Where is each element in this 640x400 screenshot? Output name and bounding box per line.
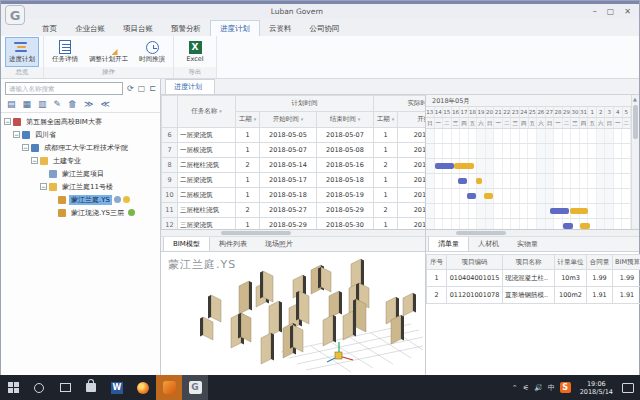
gantt-plan-bar[interactable]	[458, 178, 467, 184]
table-horizontal-scrollbar[interactable]	[161, 230, 425, 237]
gantt-plan-bar[interactable]	[550, 208, 570, 214]
tree-expander-icon[interactable]: −	[22, 144, 29, 151]
qty-tab-0[interactable]: 清单量	[428, 236, 469, 251]
sub-header-1[interactable]: 开始时间 ▾	[260, 112, 317, 128]
active-orange-app-icon[interactable]	[156, 375, 182, 400]
close-button[interactable]: ✕	[624, 7, 631, 17]
sub-header-4[interactable]: 开始时间 ▾	[398, 112, 426, 128]
rename-node-icon[interactable]: ✎	[54, 99, 62, 109]
sogou-input-icon[interactable]: S	[560, 382, 571, 393]
ribbon-tab-3[interactable]: 预警分析	[162, 21, 210, 36]
task-row-10[interactable]: 10二层板浇筑12018-05-182018-05-1912018-05-20	[162, 188, 427, 203]
collapse-all-icon[interactable]: ≪	[101, 99, 110, 109]
时间推演-button[interactable]: 时间推演	[135, 37, 169, 67]
bim-3d-view[interactable]: 蒙江兰庭.YS	[161, 252, 425, 375]
ribbon-tab-0[interactable]: 首页	[33, 21, 66, 36]
tab-schedule-plan[interactable]: 进度计划	[165, 79, 215, 94]
qty-header-1[interactable]: 项目编码	[447, 255, 503, 270]
bim-tab-1[interactable]: 构件列表	[210, 237, 256, 251]
ribbon-tab-1[interactable]: 企业台账	[66, 21, 114, 36]
调整计划开工-button[interactable]: 调整计划开工	[85, 37, 132, 67]
start-button[interactable]	[0, 375, 26, 400]
gantt-vertical-scrollbar[interactable]	[631, 95, 639, 229]
gantt-actual-bar[interactable]	[454, 163, 474, 169]
sub-header-2[interactable]: 结束时间 ▾	[317, 112, 374, 128]
refresh-icon[interactable]: ⟳	[127, 84, 134, 94]
bim-tab-0[interactable]: BIM模型	[163, 236, 210, 251]
gantt-plan-bar[interactable]	[467, 193, 476, 199]
qty-tab-1[interactable]: 人材机	[469, 237, 508, 251]
clock[interactable]: 19:06 2018/5/14	[576, 380, 617, 396]
qty-header-3[interactable]: 计量单位	[555, 255, 587, 270]
minimize-button[interactable]: –	[593, 7, 597, 17]
gantt-plan-bar[interactable]	[563, 223, 573, 229]
qty-header-0[interactable]: 序号	[427, 255, 447, 270]
qty-header-4[interactable]: 合同量	[587, 255, 613, 270]
sub-header-3[interactable]: 工期 ▾	[374, 112, 398, 128]
action-center-icon[interactable]	[622, 383, 634, 393]
task-row-7[interactable]: 7一层板浇筑12018-05-072018-05-0812018-05-09	[162, 143, 427, 158]
ribbon-tab-5[interactable]: 云资料	[260, 21, 301, 36]
tray-chevron-icon[interactable]: ⌃	[512, 384, 518, 392]
volume-icon[interactable]: 🔊	[534, 384, 543, 392]
task-cell: 2018-05-17	[260, 173, 317, 188]
bim-tab-2[interactable]: 现场照片	[256, 237, 302, 251]
qty-row-1[interactable]: 1010404001015现浇混凝土柱..10m31.991.99	[427, 270, 640, 287]
tree-expander-icon[interactable]: −	[40, 183, 47, 190]
luban-taskbar-icon[interactable]: G	[182, 375, 208, 400]
qty-header-5[interactable]: BIM预算量	[613, 255, 640, 270]
tree-item-2[interactable]: −成都理工大学工程技术学院	[1, 141, 160, 154]
network-icon[interactable]: ⚟	[523, 384, 529, 392]
gantt-actual-bar[interactable]	[484, 193, 493, 199]
collapse-panel-icon[interactable]: ⊏	[149, 84, 156, 94]
gantt-actual-bar[interactable]	[570, 208, 589, 214]
tree-item-3[interactable]: −土建专业	[1, 154, 160, 167]
sub-header-0[interactable]: 工期 ▾	[236, 112, 260, 128]
ribbon-tab-6[interactable]: 公司协同	[301, 21, 349, 36]
gantt-actual-bar[interactable]	[580, 223, 590, 229]
task-row-12[interactable]: 12三层梁浇筑12018-05-292018-05-3012018-05-31	[162, 218, 427, 230]
expand-all-icon[interactable]: ≫	[84, 99, 93, 109]
maximize-button[interactable]: ▢	[607, 7, 615, 17]
tree-item-7[interactable]: 蒙江现浇.YS三层	[1, 206, 160, 219]
qty-header-2[interactable]: 项目名称	[503, 255, 555, 270]
tree-expander-icon[interactable]: −	[31, 157, 38, 164]
store-icon[interactable]	[78, 375, 104, 400]
qty-row-2[interactable]: 2011201001078直形墙钢筋模..100m21.911.91	[427, 287, 640, 304]
进度计划-button[interactable]: 进度计划	[5, 37, 39, 67]
task-view-icon[interactable]	[52, 375, 78, 400]
tree-item-4[interactable]: 蒙江兰庭项目	[1, 167, 160, 180]
任务详情-button[interactable]: 任务详情	[48, 37, 82, 67]
task-row-9[interactable]: 9二层梁浇筑12018-05-172018-05-1812018-05-19	[162, 173, 427, 188]
gantt-actual-bar[interactable]	[476, 178, 483, 184]
expand-panel-icon[interactable]: ▢	[138, 84, 146, 94]
tree-item-5[interactable]: −蒙江兰庭11号楼	[1, 180, 160, 193]
Excel-button[interactable]: XExcel	[178, 37, 212, 67]
qty-tab-2[interactable]: 实物量	[508, 237, 547, 251]
task-row-11[interactable]: 11三层框柱浇筑22018-05-272018-05-2922018-05-29	[162, 203, 427, 218]
task-cell: 2018-05-19	[317, 188, 374, 203]
ribbon-tab-2[interactable]: 项目台账	[114, 21, 162, 36]
add-node-icon[interactable]: ▤	[7, 99, 16, 109]
qty-horizontal-scrollbar[interactable]	[426, 230, 639, 237]
task-row-6[interactable]: 6一层梁浇筑12018-05-052018-05-0712018-05-08	[162, 128, 427, 143]
qty-cell: 011201001078	[447, 287, 503, 304]
copy-node-icon[interactable]: ▥	[38, 99, 47, 109]
firefox-icon[interactable]	[130, 375, 156, 400]
tree-search-input[interactable]	[5, 82, 123, 95]
task-name-header[interactable]: 任务名称 ▾	[178, 96, 236, 128]
tree-item-6[interactable]: 蒙江兰庭.YS	[1, 193, 160, 206]
gantt-plan-bar[interactable]	[435, 163, 455, 169]
tree-expander-icon[interactable]: −	[13, 131, 20, 138]
input-indicator-icon[interactable]: 中	[548, 383, 555, 393]
delete-node-icon[interactable]: 🗑	[68, 99, 77, 109]
task-row-8[interactable]: 8二层框柱浇筑22018-05-142018-05-1622018-05-16	[162, 158, 427, 173]
ribbon-tab-4[interactable]: 进度计划	[210, 20, 260, 36]
task-cell: 1	[236, 143, 260, 158]
edit-node-icon[interactable]: ▦	[23, 99, 32, 109]
tree-item-1[interactable]: −四川省	[1, 128, 160, 141]
word-icon[interactable]: W	[104, 375, 130, 400]
tree-item-0[interactable]: −第五届全国高校BIM大赛	[1, 115, 160, 128]
search-icon[interactable]	[26, 375, 52, 400]
tree-expander-icon[interactable]: −	[4, 118, 11, 125]
